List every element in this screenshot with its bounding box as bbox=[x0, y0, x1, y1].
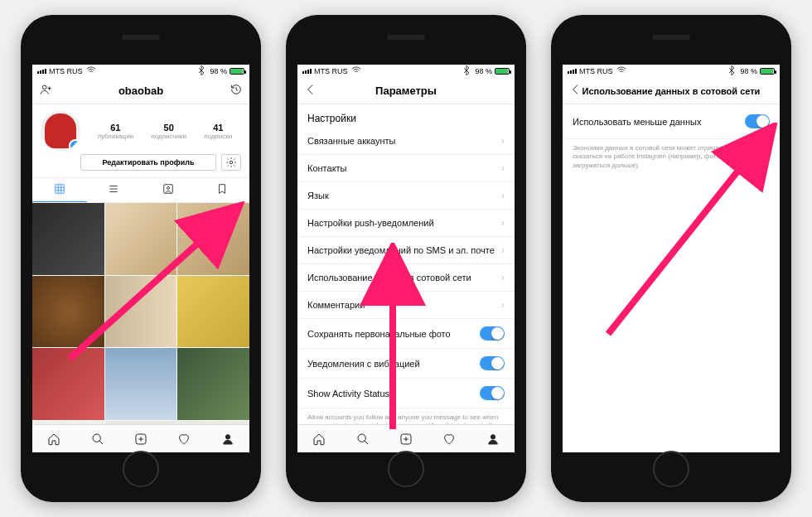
svg-point-4 bbox=[93, 434, 100, 442]
row-language[interactable]: Язык› bbox=[297, 182, 515, 210]
profile-tab[interactable] bbox=[206, 425, 249, 452]
row-show-activity-status[interactable]: Show Activity Status bbox=[297, 379, 515, 408]
stat-following[interactable]: 41 подписки bbox=[204, 123, 232, 140]
carrier-label: MTS RUS bbox=[579, 67, 613, 75]
activity-tab[interactable] bbox=[162, 425, 205, 452]
row-vibrate-notifications[interactable]: Уведомления с вибрацией bbox=[297, 349, 515, 379]
battery-pct: 98 % bbox=[475, 67, 492, 75]
screen-2: MTS RUS 98 % Параметры Настройки Связанн… bbox=[297, 65, 515, 452]
photo-cell[interactable] bbox=[32, 276, 104, 348]
bluetooth-icon bbox=[726, 65, 737, 78]
create-tab[interactable] bbox=[384, 425, 428, 452]
svg-point-8 bbox=[358, 434, 365, 442]
section-header-settings: Настройки bbox=[297, 104, 515, 128]
svg-point-10 bbox=[491, 434, 495, 438]
search-tab[interactable] bbox=[75, 425, 118, 452]
carrier-label: MTS RUS bbox=[49, 67, 83, 75]
settings-header: Параметры bbox=[297, 78, 515, 104]
settings-list: Настройки Связанные аккаунты› Контакты› … bbox=[297, 104, 515, 451]
back-icon[interactable] bbox=[569, 83, 582, 99]
home-tab[interactable] bbox=[297, 425, 341, 452]
signal-icon bbox=[37, 69, 46, 74]
back-icon[interactable] bbox=[304, 83, 317, 99]
stat-followers[interactable]: 50 подписчики bbox=[151, 123, 186, 140]
battery-pct: 98 % bbox=[740, 67, 757, 75]
status-bar: MTS RUS 98 % bbox=[32, 65, 249, 78]
row-push-notifications[interactable]: Настройки push-уведомлений› bbox=[297, 210, 515, 237]
chevron-right-icon: › bbox=[501, 272, 505, 283]
phone-frame-3: MTS RUS 98 % Использование данных в сото… bbox=[551, 15, 791, 502]
status-bar: MTS RUS 98 % bbox=[563, 65, 780, 78]
phone-frame-2: MTS RUS 98 % Параметры Настройки Связанн… bbox=[286, 15, 526, 502]
row-sms-email-notifications[interactable]: Настройки уведомлений по SMS и эл. почте… bbox=[297, 237, 515, 264]
chevron-right-icon: › bbox=[501, 162, 505, 174]
row-contacts[interactable]: Контакты› bbox=[297, 155, 515, 182]
toggle-switch[interactable] bbox=[745, 114, 770, 128]
battery-icon bbox=[760, 68, 775, 75]
chevron-right-icon: › bbox=[501, 217, 505, 229]
row-use-less-data[interactable]: Использовать меньше данных bbox=[563, 104, 780, 139]
svg-point-1 bbox=[230, 161, 233, 164]
photo-cell[interactable] bbox=[177, 348, 249, 420]
add-people-icon[interactable] bbox=[39, 83, 52, 99]
signal-icon bbox=[302, 69, 312, 74]
grid-view-tab[interactable] bbox=[32, 178, 87, 202]
photo-cell[interactable] bbox=[32, 348, 104, 420]
row-save-original-photos[interactable]: Сохранять первоначальные фото bbox=[297, 319, 515, 349]
stat-posts[interactable]: 61 публикации bbox=[98, 123, 133, 140]
phone-frame-1: MTS RUS 98 % obaobab bbox=[21, 15, 261, 502]
chevron-right-icon: › bbox=[501, 244, 505, 256]
cellular-data-settings: Использовать меньше данных Экономия данн… bbox=[563, 104, 780, 175]
data-saver-note: Экономия данных в сотовой сети может отр… bbox=[563, 139, 780, 175]
profile-stats-row: + 61 публикации 50 подписчики 41 подписк… bbox=[32, 104, 249, 154]
toggle-switch[interactable] bbox=[480, 326, 505, 341]
svg-point-0 bbox=[42, 85, 46, 89]
svg-point-6 bbox=[225, 434, 230, 438]
carrier-label: MTS RUS bbox=[314, 67, 348, 75]
home-tab[interactable] bbox=[32, 425, 75, 452]
photo-cell[interactable] bbox=[105, 203, 177, 275]
chevron-right-icon: › bbox=[501, 135, 505, 147]
photo-grid bbox=[32, 203, 249, 452]
bottom-tab-bar bbox=[32, 424, 249, 452]
photo-cell[interactable] bbox=[105, 348, 177, 420]
photo-cell[interactable] bbox=[32, 203, 104, 275]
battery-pct: 98 % bbox=[210, 67, 227, 75]
profile-header: obaobab bbox=[32, 78, 249, 104]
settings-gear-button[interactable] bbox=[221, 154, 241, 171]
saved-tab[interactable] bbox=[196, 178, 250, 202]
bluetooth-icon bbox=[196, 65, 207, 78]
battery-icon bbox=[495, 68, 510, 75]
row-comments[interactable]: Комментарии› bbox=[297, 292, 515, 319]
photo-cell[interactable] bbox=[177, 276, 249, 348]
photo-cell[interactable] bbox=[105, 276, 177, 348]
bluetooth-icon bbox=[461, 65, 472, 78]
create-tab[interactable] bbox=[119, 425, 162, 452]
row-linked-accounts[interactable]: Связанные аккаунты› bbox=[297, 128, 515, 155]
screen-3: MTS RUS 98 % Использование данных в сото… bbox=[563, 65, 780, 452]
wifi-icon bbox=[350, 65, 362, 78]
battery-icon bbox=[230, 68, 244, 75]
photos-of-you-tab[interactable] bbox=[141, 178, 196, 202]
add-story-icon[interactable]: + bbox=[69, 139, 80, 151]
wifi-icon bbox=[85, 65, 97, 78]
toggle-switch[interactable] bbox=[480, 356, 505, 370]
bottom-tab-bar bbox=[297, 424, 515, 452]
search-tab[interactable] bbox=[341, 425, 384, 452]
activity-tab[interactable] bbox=[428, 425, 471, 452]
toggle-switch[interactable] bbox=[480, 386, 505, 400]
signal-icon bbox=[568, 69, 577, 74]
profile-tab[interactable] bbox=[471, 425, 515, 452]
photo-cell[interactable] bbox=[177, 203, 249, 275]
edit-profile-button[interactable]: Редактировать профиль bbox=[80, 154, 216, 171]
cellular-data-header: Использование данных в сотовой сети bbox=[563, 78, 780, 104]
view-mode-tabs bbox=[32, 177, 249, 203]
svg-point-3 bbox=[167, 186, 169, 189]
wifi-icon bbox=[616, 65, 627, 78]
history-icon[interactable] bbox=[230, 83, 243, 99]
avatar[interactable]: + bbox=[41, 111, 80, 151]
chevron-right-icon: › bbox=[501, 299, 505, 311]
status-bar: MTS RUS 98 % bbox=[297, 65, 515, 78]
list-view-tab[interactable] bbox=[87, 178, 142, 202]
row-cellular-data-use[interactable]: Использование данных в сотовой сети› bbox=[297, 264, 515, 292]
